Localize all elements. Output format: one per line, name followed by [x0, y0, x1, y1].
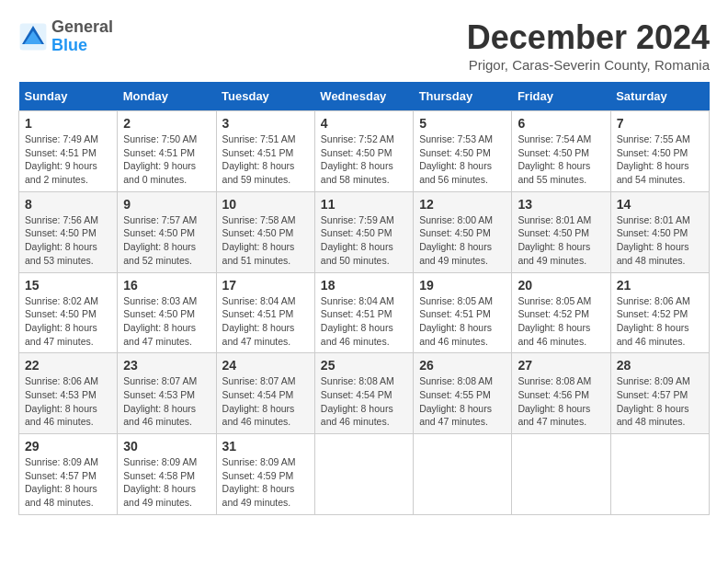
day-cell: 1Sunrise: 7:49 AMSunset: 4:51 PMDaylight… [19, 111, 118, 192]
subtitle: Prigor, Caras-Severin County, Romania [467, 57, 710, 73]
main-title: December 2024 [467, 18, 710, 57]
day-cell: 13Sunrise: 8:01 AMSunset: 4:50 PMDayligh… [512, 191, 610, 272]
day-cell: 19Sunrise: 8:05 AMSunset: 4:51 PMDayligh… [414, 272, 512, 353]
day-info: Sunrise: 7:52 AMSunset: 4:50 PMDaylight:… [321, 133, 394, 185]
day-number: 29 [25, 439, 111, 454]
day-info: Sunrise: 8:09 AMSunset: 4:58 PMDaylight:… [123, 456, 197, 508]
day-cell: 16Sunrise: 8:03 AMSunset: 4:50 PMDayligh… [118, 272, 216, 353]
col-header-thursday: Thursday [414, 82, 512, 111]
day-number: 6 [518, 116, 604, 131]
col-header-tuesday: Tuesday [216, 82, 314, 111]
day-number: 10 [222, 197, 309, 212]
logo-line2: Blue [51, 37, 113, 55]
day-number: 14 [617, 197, 703, 212]
day-cell: 5Sunrise: 7:53 AMSunset: 4:50 PMDaylight… [414, 111, 512, 192]
day-number: 30 [123, 439, 210, 454]
day-number: 5 [419, 116, 506, 131]
day-info: Sunrise: 7:55 AMSunset: 4:50 PMDaylight:… [617, 133, 690, 185]
day-cell: 9Sunrise: 7:57 AMSunset: 4:50 PMDaylight… [118, 191, 216, 272]
title-section: December 2024 Prigor, Caras-Severin Coun… [467, 18, 710, 73]
day-cell [610, 434, 709, 515]
day-number: 24 [222, 358, 309, 373]
day-cell: 12Sunrise: 8:00 AMSunset: 4:50 PMDayligh… [414, 191, 512, 272]
day-number: 16 [123, 278, 210, 293]
day-number: 11 [321, 197, 407, 212]
day-info: Sunrise: 7:56 AMSunset: 4:50 PMDaylight:… [25, 214, 98, 266]
day-number: 21 [617, 278, 703, 293]
day-info: Sunrise: 8:08 AMSunset: 4:56 PMDaylight:… [518, 375, 591, 427]
day-info: Sunrise: 8:00 AMSunset: 4:50 PMDaylight:… [419, 214, 493, 266]
day-number: 12 [419, 197, 506, 212]
logo-line1: General [51, 18, 113, 37]
day-info: Sunrise: 8:06 AMSunset: 4:52 PMDaylight:… [617, 295, 690, 347]
day-number: 19 [419, 278, 506, 293]
day-cell: 2Sunrise: 7:50 AMSunset: 4:51 PMDaylight… [118, 111, 216, 192]
day-number: 8 [25, 197, 111, 212]
day-number: 23 [123, 358, 210, 373]
day-info: Sunrise: 8:04 AMSunset: 4:51 PMDaylight:… [222, 295, 296, 347]
day-cell: 4Sunrise: 7:52 AMSunset: 4:50 PMDaylight… [314, 111, 413, 192]
week-row-4: 22Sunrise: 8:06 AMSunset: 4:53 PMDayligh… [19, 353, 710, 434]
logo-icon [18, 22, 48, 52]
day-info: Sunrise: 8:09 AMSunset: 4:57 PMDaylight:… [617, 375, 690, 427]
col-header-sunday: Sunday [19, 82, 118, 111]
day-info: Sunrise: 7:51 AMSunset: 4:51 PMDaylight:… [222, 133, 296, 185]
day-cell: 18Sunrise: 8:04 AMSunset: 4:51 PMDayligh… [314, 272, 413, 353]
day-info: Sunrise: 8:09 AMSunset: 4:59 PMDaylight:… [222, 456, 296, 508]
day-number: 4 [321, 116, 407, 131]
week-row-3: 15Sunrise: 8:02 AMSunset: 4:50 PMDayligh… [19, 272, 710, 353]
day-info: Sunrise: 8:02 AMSunset: 4:50 PMDaylight:… [25, 295, 98, 347]
day-number: 18 [321, 278, 407, 293]
day-info: Sunrise: 7:53 AMSunset: 4:50 PMDaylight:… [419, 133, 493, 185]
day-number: 7 [617, 116, 703, 131]
day-number: 26 [419, 358, 506, 373]
header-row: SundayMondayTuesdayWednesdayThursdayFrid… [19, 82, 710, 111]
day-info: Sunrise: 8:08 AMSunset: 4:54 PMDaylight:… [321, 375, 394, 427]
logo: General Blue [18, 18, 113, 55]
day-info: Sunrise: 8:05 AMSunset: 4:52 PMDaylight:… [518, 295, 591, 347]
week-row-2: 8Sunrise: 7:56 AMSunset: 4:50 PMDaylight… [19, 191, 710, 272]
day-cell [314, 434, 413, 515]
day-info: Sunrise: 8:01 AMSunset: 4:50 PMDaylight:… [617, 214, 690, 266]
col-header-wednesday: Wednesday [314, 82, 413, 111]
day-number: 3 [222, 116, 309, 131]
day-cell: 14Sunrise: 8:01 AMSunset: 4:50 PMDayligh… [610, 191, 709, 272]
day-info: Sunrise: 7:49 AMSunset: 4:51 PMDaylight:… [25, 133, 98, 185]
day-info: Sunrise: 7:59 AMSunset: 4:50 PMDaylight:… [321, 214, 394, 266]
day-info: Sunrise: 8:07 AMSunset: 4:53 PMDaylight:… [123, 375, 197, 427]
day-cell: 29Sunrise: 8:09 AMSunset: 4:57 PMDayligh… [19, 434, 118, 515]
day-number: 22 [25, 358, 111, 373]
day-number: 28 [617, 358, 703, 373]
day-info: Sunrise: 8:01 AMSunset: 4:50 PMDaylight:… [518, 214, 591, 266]
header: General Blue December 2024 Prigor, Caras… [18, 18, 710, 73]
day-number: 15 [25, 278, 111, 293]
day-number: 25 [321, 358, 407, 373]
logo-text: General Blue [51, 18, 113, 55]
day-info: Sunrise: 7:58 AMSunset: 4:50 PMDaylight:… [222, 214, 296, 266]
day-number: 27 [518, 358, 604, 373]
day-cell: 28Sunrise: 8:09 AMSunset: 4:57 PMDayligh… [610, 353, 709, 434]
day-cell: 10Sunrise: 7:58 AMSunset: 4:50 PMDayligh… [216, 191, 314, 272]
col-header-monday: Monday [118, 82, 216, 111]
week-row-5: 29Sunrise: 8:09 AMSunset: 4:57 PMDayligh… [19, 434, 710, 515]
day-info: Sunrise: 8:05 AMSunset: 4:51 PMDaylight:… [419, 295, 493, 347]
day-cell: 20Sunrise: 8:05 AMSunset: 4:52 PMDayligh… [512, 272, 610, 353]
day-cell: 27Sunrise: 8:08 AMSunset: 4:56 PMDayligh… [512, 353, 610, 434]
day-cell: 25Sunrise: 8:08 AMSunset: 4:54 PMDayligh… [314, 353, 413, 434]
calendar-table: SundayMondayTuesdayWednesdayThursdayFrid… [18, 82, 710, 515]
col-header-saturday: Saturday [610, 82, 709, 111]
week-row-1: 1Sunrise: 7:49 AMSunset: 4:51 PMDaylight… [19, 111, 710, 192]
day-number: 31 [222, 439, 309, 454]
day-cell: 24Sunrise: 8:07 AMSunset: 4:54 PMDayligh… [216, 353, 314, 434]
day-cell [414, 434, 512, 515]
day-cell: 6Sunrise: 7:54 AMSunset: 4:50 PMDaylight… [512, 111, 610, 192]
day-info: Sunrise: 8:09 AMSunset: 4:57 PMDaylight:… [25, 456, 98, 508]
day-number: 13 [518, 197, 604, 212]
day-number: 1 [25, 116, 111, 131]
day-info: Sunrise: 8:06 AMSunset: 4:53 PMDaylight:… [25, 375, 98, 427]
day-cell: 23Sunrise: 8:07 AMSunset: 4:53 PMDayligh… [118, 353, 216, 434]
day-cell: 26Sunrise: 8:08 AMSunset: 4:55 PMDayligh… [414, 353, 512, 434]
day-cell: 8Sunrise: 7:56 AMSunset: 4:50 PMDaylight… [19, 191, 118, 272]
day-cell: 15Sunrise: 8:02 AMSunset: 4:50 PMDayligh… [19, 272, 118, 353]
day-info: Sunrise: 7:54 AMSunset: 4:50 PMDaylight:… [518, 133, 591, 185]
